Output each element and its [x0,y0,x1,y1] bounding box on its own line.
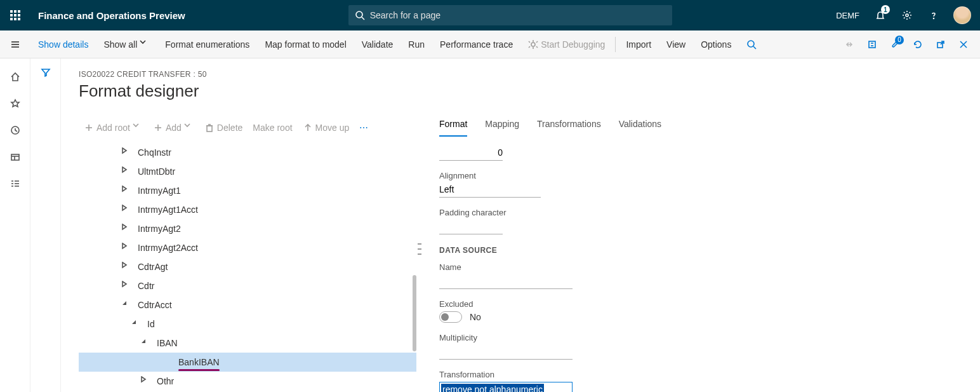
top-bar: Finance and Operations Preview DEMF 1 [0,0,980,30]
tab-transformations[interactable]: Transformations [537,116,601,137]
svg-line-1 [362,17,364,20]
performance-trace-button[interactable]: Performance trace [432,30,520,58]
alignment-field[interactable] [439,182,541,198]
move-up-button[interactable]: Move up [298,123,355,133]
start-debugging-button[interactable]: Start Debugging [520,30,612,58]
add-button[interactable]: Add [148,123,199,133]
favorites-icon[interactable] [0,90,30,117]
tree-label: IntrmyAgt2Acct [138,243,198,253]
tree-row[interactable]: ChqInstr [79,143,416,162]
page-title: Format designer [79,81,962,101]
expand-closed-icon[interactable] [121,281,131,291]
format-enumerations-button[interactable]: Format enumerations [157,30,257,58]
expand-closed-icon[interactable] [121,224,131,234]
workspaces-icon[interactable] [0,144,30,170]
expand-closed-icon[interactable] [140,376,150,386]
tree-row[interactable]: IntrmyAgt2Acct [79,238,416,257]
tree-row[interactable]: IntrmyAgt1Acct [79,200,416,219]
home-icon[interactable] [0,64,30,90]
close-icon[interactable] [952,30,975,58]
gear-icon[interactable] [894,0,920,30]
tree-row[interactable]: BankIBAN [79,353,416,372]
recent-icon[interactable] [0,117,30,144]
svg-line-12 [529,46,530,48]
import-button[interactable]: Import [618,30,659,58]
tree-label: UltmtDbtr [138,166,175,177]
link-icon[interactable] [838,30,861,58]
left-nav [0,58,30,392]
add-root-button[interactable]: Add root [79,123,148,133]
more-icon[interactable]: ⋯ [354,123,373,133]
view-button[interactable]: View [659,30,693,58]
tree-row[interactable]: Id [79,314,416,334]
make-root-button[interactable]: Make root [248,123,297,133]
show-details-button[interactable]: Show details [30,30,96,58]
tree-row[interactable]: Cdtr [79,276,416,295]
expand-none [162,357,172,367]
refresh-icon[interactable] [906,30,929,58]
search-input[interactable] [370,10,666,20]
office-icon[interactable] [861,30,884,58]
tree-label: BankIBAN [178,357,220,367]
notifications-icon[interactable]: 1 [867,0,894,30]
expand-closed-icon[interactable] [121,262,131,272]
company-code[interactable]: DEMF [836,11,859,20]
body: ISO20022 CREDIT TRANSFER : 50 Format des… [0,58,980,392]
properties-tabs: Format Mapping Transformations Validatio… [439,116,957,137]
svg-point-3 [934,18,934,19]
tree-label: Cdtr [138,281,154,291]
expand-closed-icon[interactable] [121,166,131,177]
properties-panel: Format Mapping Transformations Validatio… [416,116,980,392]
expand-closed-icon[interactable] [121,243,131,253]
tree-row[interactable]: UltmtDbtr [79,162,416,181]
excluded-value: No [470,312,481,322]
popout-icon[interactable] [929,30,952,58]
tab-mapping[interactable]: Mapping [485,116,519,137]
help-icon[interactable] [920,0,947,30]
alignment-label: Alignment [439,171,957,180]
hamburger-icon[interactable] [0,30,30,58]
app-launcher-icon[interactable] [0,0,30,30]
multiplicity-field[interactable] [439,344,573,360]
delete-button[interactable]: Delete [199,123,248,133]
tree-label: CdtrAcct [138,300,172,310]
padding-field[interactable] [439,219,503,234]
tree[interactable]: ChqInstrUltmtDbtrIntrmyAgt1IntrmyAgt1Acc… [79,139,416,392]
cmd-search-icon[interactable] [739,30,764,58]
transformation-field[interactable]: remove not alphanumeric [439,382,573,392]
tree-row[interactable]: IntrmyAgt1 [79,181,416,200]
expand-closed-icon[interactable] [121,205,131,215]
tab-format[interactable]: Format [439,116,467,137]
excluded-label: Excluded [439,299,957,309]
tree-row[interactable]: Othr [79,372,416,391]
map-format-button[interactable]: Map format to model [257,30,354,58]
expand-open-icon[interactable] [131,319,141,329]
svg-point-14 [748,41,754,47]
svg-point-2 [906,14,908,17]
options-button[interactable]: Options [693,30,739,58]
expand-open-icon[interactable] [121,300,131,310]
tree-row[interactable]: CdtrAgt [79,257,416,276]
svg-line-11 [536,41,538,43]
expand-closed-icon[interactable] [121,147,131,158]
global-search[interactable] [348,5,672,25]
show-all-button[interactable]: Show all [96,30,157,58]
excluded-toggle[interactable] [439,311,462,323]
expand-open-icon[interactable] [140,338,150,348]
tree-row[interactable]: IBAN [79,334,416,353]
tree-row[interactable]: IntrmyAgt2 [79,219,416,238]
number-field[interactable] [439,145,503,161]
run-button[interactable]: Run [401,30,432,58]
expand-closed-icon[interactable] [121,186,131,196]
svg-line-10 [529,41,530,43]
name-field[interactable] [439,273,573,289]
breadcrumb: ISO20022 CREDIT TRANSFER : 50 [79,70,962,79]
tree-label: Id [147,319,155,329]
tree-row[interactable]: CdtrAcct [79,295,416,314]
attach-icon[interactable]: 0 [884,30,906,58]
filter-pane[interactable] [30,58,61,392]
validate-button[interactable]: Validate [354,30,401,58]
avatar[interactable] [953,6,971,24]
modules-icon[interactable] [0,170,30,197]
tab-validations[interactable]: Validations [619,116,661,137]
